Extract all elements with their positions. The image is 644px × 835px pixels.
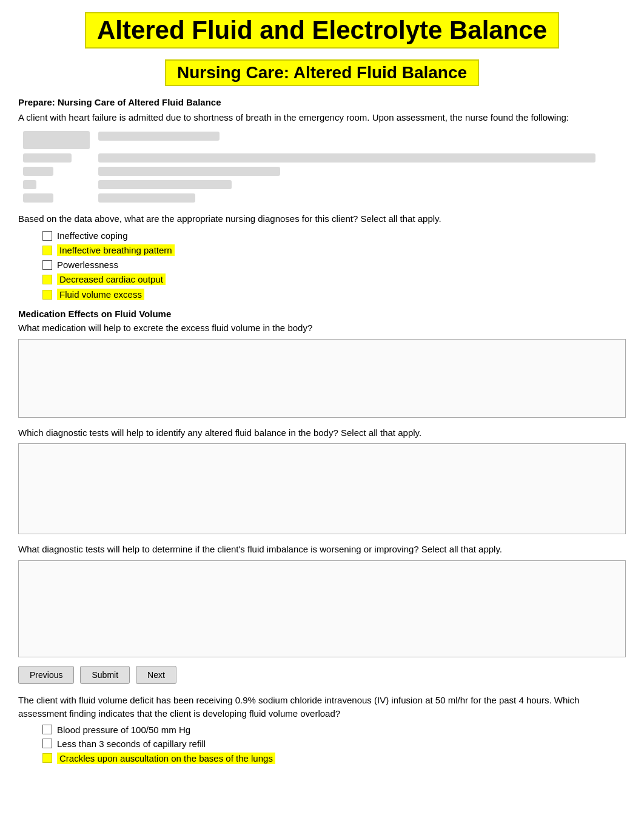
patient-data-table: Assessment Findings Vital Signs — [18, 129, 626, 205]
checkbox-powerlessness[interactable] — [42, 260, 52, 270]
checkbox-bp-100-50[interactable] — [42, 725, 52, 734]
bottom-nav: Previous Submit Next — [18, 666, 626, 684]
medication-answer-box[interactable] — [18, 339, 626, 418]
list-item-ineffective-breathing[interactable]: Ineffective breathing pattern — [42, 244, 626, 256]
checkbox-capillary-refill[interactable] — [42, 739, 52, 748]
label-capillary-refill: Less than 3 seconds of capillary refill — [57, 739, 206, 749]
checkbox-ineffective-breathing[interactable] — [42, 246, 52, 255]
diagnostic-answer-box-1[interactable] — [18, 443, 626, 534]
patient-row-assessment: Assessment Findings — [19, 130, 625, 150]
label-bp-100-50: Blood pressure of 100/50 mm Hg — [57, 725, 190, 735]
fluid-deficit-text: The client with fluid volume deficit has… — [18, 694, 626, 721]
list-item-crackles[interactable]: Crackles upon auscultation on the bases … — [42, 753, 626, 764]
diagnoses-list: Ineffective coping Ineffective breathing… — [18, 230, 626, 300]
label-ineffective-coping: Ineffective coping — [57, 230, 127, 241]
label-assessment: Assessment Findings — [23, 131, 90, 149]
list-item-powerlessness[interactable]: Powerlessness — [42, 260, 626, 270]
patient-row-vitals: Vital Signs — [19, 152, 625, 164]
previous-button[interactable]: Previous — [18, 666, 74, 684]
submit-button[interactable]: Submit — [80, 666, 130, 684]
label-edema: Edema — [23, 193, 53, 203]
sub-title: Nursing Care: Altered Fluid Balance — [165, 59, 479, 86]
checkbox-fluid-volume-excess[interactable] — [42, 290, 52, 300]
fluid-choices-list: Blood pressure of 100/50 mm Hg Less than… — [18, 725, 626, 764]
value-o2 — [98, 180, 232, 189]
next-button[interactable]: Next — [136, 666, 176, 684]
label-ineffective-breathing: Ineffective breathing pattern — [57, 244, 175, 256]
label-o2: O2 — [23, 180, 36, 189]
diagnostic-question-1: Which diagnostic tests will help to iden… — [18, 426, 626, 440]
main-title: Altered Fluid and Electrolyte Balance — [85, 12, 559, 49]
value-vitals — [98, 153, 595, 163]
main-title-wrapper: Altered Fluid and Electrolyte Balance — [18, 12, 626, 49]
label-powerlessness: Powerlessness — [57, 260, 118, 270]
value-assessment — [98, 132, 220, 141]
checkbox-ineffective-coping[interactable] — [42, 231, 52, 241]
checkbox-crackles[interactable] — [42, 753, 52, 763]
diagnoses-question: Based on the data above, what are the ap… — [18, 212, 626, 226]
sub-title-wrapper: Nursing Care: Altered Fluid Balance — [18, 59, 626, 86]
list-item-bp-100-50[interactable]: Blood pressure of 100/50 mm Hg — [42, 725, 626, 735]
list-item-capillary-refill[interactable]: Less than 3 seconds of capillary refill — [42, 739, 626, 749]
label-fluid-volume-excess: Fluid volume excess — [57, 289, 144, 300]
label-lungs: Lungs — [23, 167, 53, 176]
label-vitals: Vital Signs — [23, 153, 72, 163]
patient-row-lungs: Lungs — [19, 165, 625, 177]
intro-text: A client with heart failure is admitted … — [18, 111, 626, 125]
prepare-heading: Prepare: Nursing Care of Altered Fluid B… — [18, 97, 626, 107]
label-decreased-cardiac: Decreased cardiac output — [57, 273, 166, 285]
diagnostic-question-2: What diagnostic tests will help to deter… — [18, 543, 626, 557]
medication-question: What medication will help to excrete the… — [18, 321, 626, 335]
list-item-decreased-cardiac[interactable]: Decreased cardiac output — [42, 273, 626, 285]
checkbox-decreased-cardiac[interactable] — [42, 275, 52, 284]
list-item-ineffective-coping[interactable]: Ineffective coping — [42, 230, 626, 241]
patient-row-o2: O2 — [19, 178, 625, 190]
medication-section-title: Medication Effects on Fluid Volume — [18, 309, 626, 319]
value-lungs — [98, 167, 280, 176]
label-crackles: Crackles upon auscultation on the bases … — [57, 753, 275, 764]
patient-row-edema: Edema — [19, 192, 625, 204]
value-edema — [98, 193, 195, 203]
list-item-fluid-volume-excess[interactable]: Fluid volume excess — [42, 289, 626, 300]
diagnostic-answer-box-2[interactable] — [18, 560, 626, 657]
